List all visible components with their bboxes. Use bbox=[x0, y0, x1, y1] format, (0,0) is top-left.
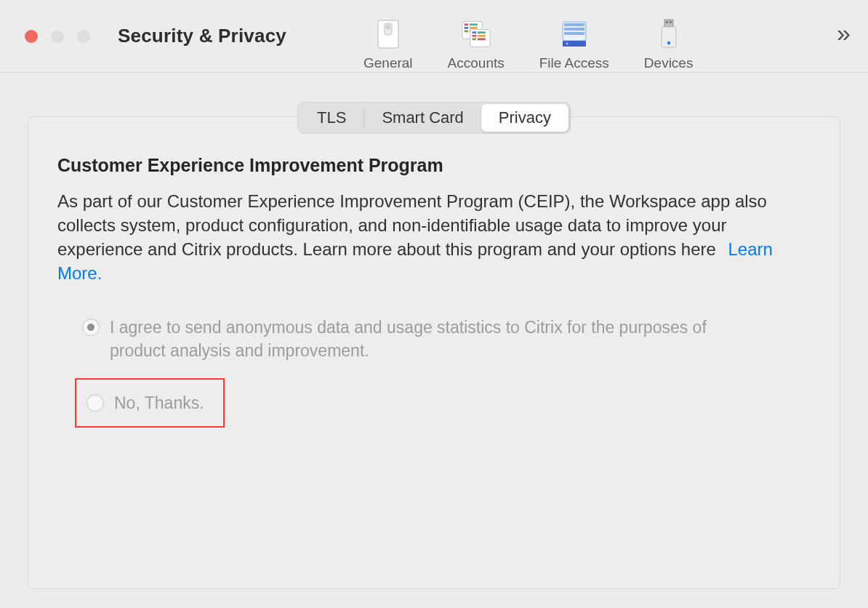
segment-tls[interactable]: TLS bbox=[300, 104, 363, 132]
svg-rect-2 bbox=[386, 25, 390, 29]
svg-rect-23 bbox=[664, 20, 673, 27]
svg-rect-13 bbox=[472, 35, 475, 37]
option-agree[interactable]: I agree to send anonymous data and usage… bbox=[75, 310, 811, 368]
switch-icon bbox=[373, 19, 403, 49]
segment-privacy[interactable]: Privacy bbox=[481, 104, 568, 132]
segmented-control: TLS Smart Card Privacy bbox=[297, 102, 571, 134]
accounts-icon bbox=[461, 19, 491, 49]
usb-drive-icon bbox=[654, 19, 684, 49]
minimize-button[interactable] bbox=[51, 30, 64, 43]
tab-file-access[interactable]: File Access bbox=[539, 19, 609, 71]
svg-rect-18 bbox=[564, 23, 584, 26]
section-title: Customer Experience Improvement Program bbox=[57, 155, 811, 176]
ceip-options: I agree to send anonymous data and usage… bbox=[75, 310, 811, 428]
chevrons-icon: » bbox=[837, 19, 851, 47]
toolbar-overflow-button[interactable]: » bbox=[837, 19, 851, 47]
preferences-window: Security & Privacy General bbox=[0, 0, 868, 608]
svg-rect-6 bbox=[464, 27, 467, 29]
svg-rect-16 bbox=[478, 38, 486, 40]
section-description: As part of our Customer Experience Impro… bbox=[57, 189, 792, 285]
tab-accounts[interactable]: Accounts bbox=[448, 19, 505, 71]
tab-label: Accounts bbox=[448, 55, 505, 71]
tab-label: File Access bbox=[539, 55, 609, 71]
svg-rect-8 bbox=[464, 31, 467, 33]
tab-general[interactable]: General bbox=[363, 19, 413, 71]
svg-rect-24 bbox=[666, 21, 668, 23]
svg-rect-5 bbox=[470, 23, 478, 25]
svg-rect-15 bbox=[472, 38, 475, 40]
tab-devices[interactable]: Devices bbox=[644, 19, 694, 71]
svg-rect-20 bbox=[564, 32, 584, 35]
content-area: Customer Experience Improvement Program … bbox=[0, 73, 868, 608]
svg-rect-4 bbox=[464, 23, 467, 25]
svg-rect-19 bbox=[564, 28, 584, 31]
option-decline[interactable]: No, Thanks. bbox=[87, 391, 204, 415]
option-decline-label: No, Thanks. bbox=[114, 391, 204, 415]
privacy-panel: Customer Experience Improvement Program … bbox=[28, 116, 840, 589]
svg-rect-25 bbox=[670, 21, 672, 23]
segment-label: TLS bbox=[317, 108, 346, 127]
toolbar-tabs: General Accounts bbox=[363, 6, 693, 71]
titlebar: Security & Privacy General bbox=[0, 0, 868, 73]
svg-point-22 bbox=[566, 43, 568, 45]
tab-label: Devices bbox=[644, 55, 694, 71]
svg-rect-7 bbox=[470, 27, 478, 29]
option-agree-label: I agree to send anonymous data and usage… bbox=[110, 316, 764, 362]
drive-icon bbox=[559, 19, 590, 49]
segment-smart-card[interactable]: Smart Card bbox=[364, 104, 481, 132]
highlight-box: No, Thanks. bbox=[75, 378, 225, 428]
radio-icon bbox=[87, 394, 104, 412]
description-text: As part of our Customer Experience Impro… bbox=[57, 191, 767, 259]
svg-point-27 bbox=[667, 41, 670, 44]
radio-icon bbox=[82, 319, 100, 336]
svg-rect-11 bbox=[472, 31, 475, 33]
close-button[interactable] bbox=[25, 30, 38, 43]
segment-label: Smart Card bbox=[382, 108, 463, 127]
svg-rect-14 bbox=[478, 35, 486, 37]
zoom-button[interactable] bbox=[77, 30, 90, 43]
segment-label: Privacy bbox=[499, 108, 551, 127]
tab-label: General bbox=[363, 55, 413, 71]
svg-rect-12 bbox=[478, 31, 486, 33]
window-controls bbox=[25, 30, 90, 43]
window-title: Security & Privacy bbox=[118, 25, 286, 47]
